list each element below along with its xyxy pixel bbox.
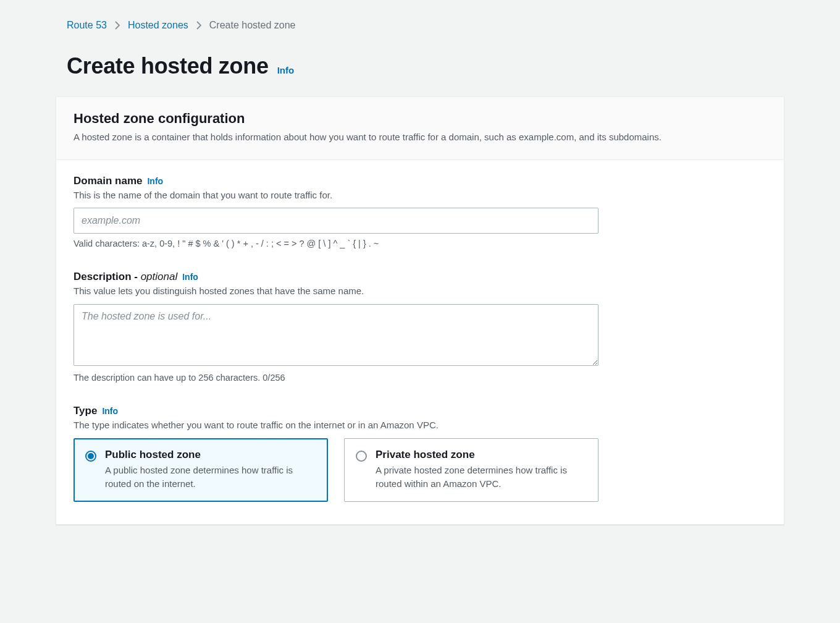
- domain-name-field: Domain name Info This is the name of the…: [74, 175, 766, 249]
- description-input[interactable]: [74, 304, 598, 366]
- description-label-text: Description -: [74, 271, 141, 282]
- description-hint: This value lets you distinguish hosted z…: [74, 284, 766, 298]
- panel-title: Hosted zone configuration: [74, 111, 766, 127]
- panel-description: A hosted zone is a container that holds …: [74, 130, 766, 145]
- type-option-private[interactable]: Private hosted zone A private hosted zon…: [344, 438, 598, 502]
- domain-name-input[interactable]: [74, 208, 598, 234]
- type-label: Type: [74, 405, 97, 417]
- domain-name-hint: This is the name of the domain that you …: [74, 189, 766, 202]
- breadcrumb-current: Create hosted zone: [209, 20, 296, 31]
- type-option-private-title: Private hosted zone: [376, 449, 587, 461]
- config-panel: Hosted zone configuration A hosted zone …: [56, 96, 784, 525]
- type-option-public-title: Public hosted zone: [105, 449, 316, 461]
- page-title: Create hosted zone: [67, 53, 269, 79]
- breadcrumb-route53[interactable]: Route 53: [67, 20, 107, 31]
- description-label: Description - optional: [74, 271, 177, 283]
- description-optional: optional: [141, 271, 178, 282]
- page-info-link[interactable]: Info: [277, 65, 295, 75]
- type-option-private-desc: A private hosted zone determines how tra…: [376, 464, 587, 491]
- type-option-public[interactable]: Public hosted zone A public hosted zone …: [74, 438, 328, 502]
- domain-name-constraint: Valid characters: a-z, 0-9, ! " # $ % & …: [74, 239, 766, 248]
- chevron-right-icon: [114, 20, 120, 30]
- description-info-link[interactable]: Info: [182, 272, 198, 282]
- type-option-public-desc: A public hosted zone determines how traf…: [105, 464, 316, 491]
- description-field: Description - optional Info This value l…: [74, 271, 766, 383]
- breadcrumb: Route 53 Hosted zones Create hosted zone: [56, 20, 784, 31]
- type-hint: The type indicates whether you want to r…: [74, 418, 766, 432]
- radio-icon: [356, 451, 367, 462]
- domain-name-info-link[interactable]: Info: [147, 176, 163, 186]
- type-field: Type Info The type indicates whether you…: [74, 405, 766, 502]
- type-info-link[interactable]: Info: [102, 406, 118, 416]
- radio-icon: [85, 451, 96, 462]
- domain-name-label: Domain name: [74, 175, 142, 187]
- chevron-right-icon: [196, 20, 202, 30]
- breadcrumb-hosted-zones[interactable]: Hosted zones: [128, 20, 188, 31]
- description-constraint: The description can have up to 256 chara…: [74, 373, 766, 383]
